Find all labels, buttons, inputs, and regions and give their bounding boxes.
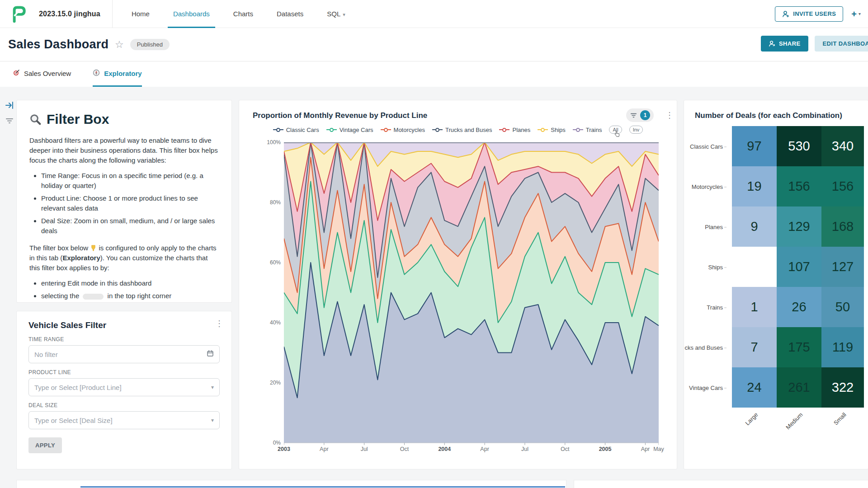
blurred-icon-placeholder (83, 294, 104, 300)
legend-marker (538, 128, 548, 132)
heatmap-cell-trains-large: 1 (732, 287, 777, 327)
y-tick-label: 100% (261, 139, 281, 145)
legend-label: Motorcycles (394, 127, 425, 133)
nav-caret-icon: ▾ (343, 12, 345, 17)
revenue-area-svg (284, 142, 659, 446)
chart-controls: 1 ⋮ (626, 108, 674, 122)
x-tick-label: Jul (361, 446, 368, 452)
legend-item-trains[interactable]: Trains (573, 127, 602, 133)
chart-kebab-icon[interactable]: ⋮ (665, 110, 674, 120)
legend-item-planes[interactable]: Planes (499, 127, 530, 133)
heatmap-cell-ships-medium: 107 (777, 247, 821, 287)
preset-logo-svg (11, 5, 26, 23)
heatmap-cell-motorcycles-medium: 156 (777, 166, 821, 206)
legend-item-trucks-and-buses[interactable]: Trucks and Buses (432, 127, 492, 133)
share-person-icon (769, 40, 775, 47)
edit-dashboard-button[interactable]: EDIT DASHBOARD (815, 36, 868, 52)
apply-button[interactable]: APPLY (28, 437, 62, 453)
tab-exploratory[interactable]: Exploratory (93, 61, 142, 87)
expand-filter-bar-icon[interactable] (5, 100, 14, 110)
heatmap-cell-vintage-cars-small: 322 (821, 367, 864, 408)
heatmap-cell-cks-and-buses-large: 7 (732, 327, 777, 367)
heatmap-cell-ships-large (732, 247, 777, 287)
applied-filters-indicator[interactable]: 1 (626, 108, 654, 122)
legend-marker (273, 128, 283, 132)
invite-users-label: INVITE USERS (793, 10, 836, 17)
legend-label: Classic Cars (286, 127, 319, 133)
filter-count-badge: 1 (640, 110, 650, 120)
legend-label: Trucks and Buses (445, 127, 492, 133)
invite-users-button[interactable]: INVITE USERS (775, 6, 843, 22)
x-tick-label: Oct (400, 446, 409, 452)
nav-items: HomeDashboardsChartsDatasetsSQL▾ (120, 0, 357, 28)
magnifier-icon (29, 113, 42, 126)
x-tick-label: Apr (320, 446, 328, 452)
legend-label: Ships (551, 127, 566, 133)
legend-inv-button[interactable]: Inv (629, 126, 643, 134)
pointing-down-icon (90, 244, 97, 251)
nav-item-sql[interactable]: SQL▾ (315, 0, 357, 28)
heatmap-row-label: Planes (684, 223, 729, 230)
new-item-caret-icon[interactable]: ▾ (859, 11, 861, 16)
heatmap-row-label: cks and Buses (684, 344, 729, 351)
legend-label: Trains (586, 127, 602, 133)
legend-all-button[interactable]: All (609, 126, 622, 134)
filter-box-note: The filter box below is configured to on… (29, 243, 219, 273)
new-item-button[interactable]: + (851, 9, 857, 19)
favorite-star-icon[interactable]: ☆ (115, 40, 124, 50)
share-button[interactable]: SHARE (761, 36, 808, 52)
legend-marker (573, 128, 583, 132)
area-plot (284, 142, 659, 446)
legend-item-classic-cars[interactable]: Classic Cars (273, 127, 319, 133)
x-tick-label: Jul (521, 446, 528, 452)
nav-item-label: SQL (327, 10, 340, 18)
x-tick-label: May (653, 446, 664, 452)
field-label-product-line: PRODUCT LINE (28, 369, 220, 375)
heatmap-row-label: Classic Cars (684, 143, 729, 150)
preset-logo-icon[interactable] (11, 5, 27, 23)
filter-box-bullet: Product Line: Choose 1 or more product l… (41, 193, 219, 213)
field-input-time-range[interactable]: No filter (28, 345, 220, 363)
heatmap-title: Number of Deals (for each Combination) (695, 111, 842, 120)
filter-box-bullets: Time Range: Focus in on a specific time … (33, 171, 219, 236)
y-tick-label: 60% (261, 259, 281, 266)
nav-item-charts[interactable]: Charts (222, 0, 265, 28)
legend-item-ships[interactable]: Ships (538, 127, 566, 133)
x-tick-label: 2003 (278, 446, 290, 452)
legend-marker (326, 128, 337, 132)
filter-bar-funnel-icon[interactable] (5, 116, 14, 126)
legend-marker (381, 128, 391, 132)
y-tick-label: 0% (261, 440, 281, 446)
heatmap-row-label: Vintage Cars (684, 384, 729, 391)
heatmap-column-label: Medium (780, 411, 804, 435)
y-tick-label: 80% (261, 199, 281, 206)
x-tick-label: 2005 (599, 446, 612, 452)
field-input-product-line[interactable]: Type or Select [Product Line]▾ (28, 378, 220, 396)
heatmap-cell-trains-medium: 26 (777, 287, 821, 327)
nav-item-datasets[interactable]: Datasets (265, 0, 315, 28)
nav-right: INVITE USERS + ▾ (775, 6, 861, 22)
share-label: SHARE (779, 40, 801, 47)
filter-box-title-row: Filter Box (29, 110, 219, 128)
legend-item-vintage-cars[interactable]: Vintage Cars (326, 127, 373, 133)
nav-item-home[interactable]: Home (120, 0, 161, 28)
field-placeholder: No filter (34, 351, 58, 358)
heatmap-cell-planes-medium: 129 (777, 206, 821, 247)
tab-label: Sales Overview (24, 70, 71, 77)
nav-item-dashboards[interactable]: Dashboards (161, 0, 222, 28)
tab-sales-overview[interactable]: Sales Overview (13, 61, 71, 87)
vehicle-sales-filter-card: Vehicle Sales Filter ⋮ TIME RANGENo filt… (17, 311, 231, 469)
field-label-deal-size: DEAL SIZE (28, 402, 220, 408)
heatmap-column-label: Large (736, 411, 759, 435)
nav-item-label: Datasets (277, 10, 303, 18)
vehicle-filter-fields: TIME RANGENo filterPRODUCT LINEType or S… (28, 336, 220, 429)
vehicle-filter-kebab-icon[interactable]: ⋮ (215, 319, 223, 328)
nav-item-label: Dashboards (173, 10, 210, 18)
legend-item-motorcycles[interactable]: Motorcycles (381, 127, 425, 133)
legend-label: Vintage Cars (340, 127, 373, 133)
bottom-right-card-edge (574, 480, 868, 488)
nav-divider (112, 0, 113, 28)
x-tick-label: Oct (561, 446, 569, 452)
field-input-deal-size[interactable]: Type or Select [Deal Size]▾ (28, 411, 220, 429)
heatmap-cell-cks-and-buses-small: 119 (821, 327, 864, 367)
